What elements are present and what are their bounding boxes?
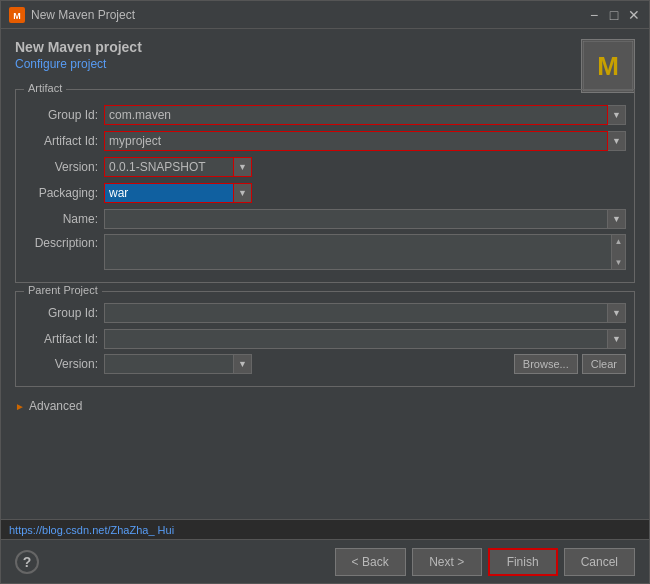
- packaging-dropdown-arrow[interactable]: ▼: [234, 183, 252, 203]
- artifact-fields: Group Id: ▼ Artifact Id: ▼ Ver: [24, 104, 626, 270]
- packaging-select-wrap: ▼: [104, 183, 252, 203]
- packaging-label: Packaging:: [24, 186, 104, 200]
- parent-project-label: Parent Project: [24, 284, 102, 296]
- close-button[interactable]: ✕: [627, 8, 641, 22]
- scroll-down-btn[interactable]: ▼: [615, 258, 623, 267]
- parent-group-id-arrow[interactable]: ▼: [608, 303, 626, 323]
- main-window: M New Maven Project − □ ✕ New Maven proj…: [0, 0, 650, 584]
- parent-project-group: Parent Project Group Id: ▼ Artifact Id: …: [15, 291, 635, 387]
- artifact-id-input-wrap: ▼: [104, 131, 626, 151]
- page-title: New Maven project: [15, 39, 635, 55]
- maven-logo: M: [581, 39, 635, 93]
- parent-artifact-id-row: Artifact Id: ▼: [24, 328, 626, 350]
- advanced-label: Advanced: [29, 399, 82, 413]
- packaging-row: Packaging: ▼: [24, 182, 626, 204]
- version-select-wrap: ▼: [104, 157, 252, 177]
- parent-group-id-wrap: ▼: [104, 303, 626, 323]
- window-icon: M: [9, 7, 25, 23]
- parent-version-arrow[interactable]: ▼: [234, 354, 252, 374]
- description-label: Description:: [24, 234, 104, 250]
- name-row: Name: ▼: [24, 208, 626, 230]
- name-dropdown-arrow[interactable]: ▼: [608, 209, 626, 229]
- version-input[interactable]: [104, 157, 234, 177]
- group-id-row: Group Id: ▼: [24, 104, 626, 126]
- parent-version-row: Version: ▼ Browse... Clear: [24, 354, 626, 374]
- name-input[interactable]: [104, 209, 608, 229]
- group-id-input[interactable]: [104, 105, 608, 125]
- help-button[interactable]: ?: [15, 550, 39, 574]
- maximize-button[interactable]: □: [607, 8, 621, 22]
- svg-text:M: M: [13, 11, 21, 21]
- group-id-dropdown-arrow[interactable]: ▼: [608, 105, 626, 125]
- artifact-id-dropdown-arrow[interactable]: ▼: [608, 131, 626, 151]
- back-button[interactable]: < Back: [335, 548, 406, 576]
- minimize-button[interactable]: −: [587, 8, 601, 22]
- parent-group-id-input[interactable]: [104, 303, 608, 323]
- parent-artifact-id-label: Artifact Id:: [24, 332, 104, 346]
- svg-text:M: M: [597, 51, 619, 81]
- finish-button[interactable]: Finish: [488, 548, 558, 576]
- artifact-group: Artifact Group Id: ▼ Artifact Id: ▼: [15, 89, 635, 283]
- description-scrollbar[interactable]: ▲ ▼: [612, 234, 626, 270]
- name-input-wrap: ▼: [104, 209, 626, 229]
- version-label: Version:: [24, 160, 104, 174]
- parent-artifact-id-arrow[interactable]: ▼: [608, 329, 626, 349]
- group-id-label: Group Id:: [24, 108, 104, 122]
- clear-button[interactable]: Clear: [582, 354, 626, 374]
- browse-button[interactable]: Browse...: [514, 354, 578, 374]
- version-dropdown-arrow[interactable]: ▼: [234, 157, 252, 177]
- parent-artifact-id-wrap: ▼: [104, 329, 626, 349]
- name-label: Name:: [24, 212, 104, 226]
- description-textarea[interactable]: [104, 234, 612, 270]
- cancel-button[interactable]: Cancel: [564, 548, 635, 576]
- advanced-section[interactable]: ► Advanced: [15, 395, 635, 417]
- title-bar: M New Maven Project − □ ✕: [1, 1, 649, 29]
- status-text: https://blog.csdn.net/ZhaZha_ Hui: [9, 524, 174, 536]
- status-bar: https://blog.csdn.net/ZhaZha_ Hui: [1, 519, 649, 539]
- parent-version-input[interactable]: [104, 354, 234, 374]
- advanced-triangle-icon: ►: [15, 401, 25, 411]
- version-row: Version: ▼: [24, 156, 626, 178]
- description-row: Description: ▲ ▼: [24, 234, 626, 270]
- configure-link[interactable]: Configure project: [15, 57, 635, 71]
- artifact-id-input[interactable]: [104, 131, 608, 151]
- window-title: New Maven Project: [31, 8, 587, 22]
- header-section: New Maven project Configure project: [15, 39, 635, 71]
- bottom-bar: ? < Back Next > Finish Cancel: [1, 539, 649, 583]
- parent-group-id-row: Group Id: ▼: [24, 302, 626, 324]
- parent-version-wrap: ▼: [104, 354, 252, 374]
- group-id-input-wrap: ▼: [104, 105, 626, 125]
- scroll-up-btn[interactable]: ▲: [615, 237, 623, 246]
- parent-artifact-id-input[interactable]: [104, 329, 608, 349]
- next-button[interactable]: Next >: [412, 548, 482, 576]
- artifact-id-row: Artifact Id: ▼: [24, 130, 626, 152]
- parent-group-id-label: Group Id:: [24, 306, 104, 320]
- artifact-id-label: Artifact Id:: [24, 134, 104, 148]
- packaging-input[interactable]: [104, 183, 234, 203]
- nav-buttons: < Back Next > Finish Cancel: [335, 548, 635, 576]
- window-controls: − □ ✕: [587, 8, 641, 22]
- artifact-group-label: Artifact: [24, 82, 66, 94]
- parent-version-label: Version:: [24, 357, 104, 371]
- window-content: New Maven project Configure project M Ar…: [1, 29, 649, 519]
